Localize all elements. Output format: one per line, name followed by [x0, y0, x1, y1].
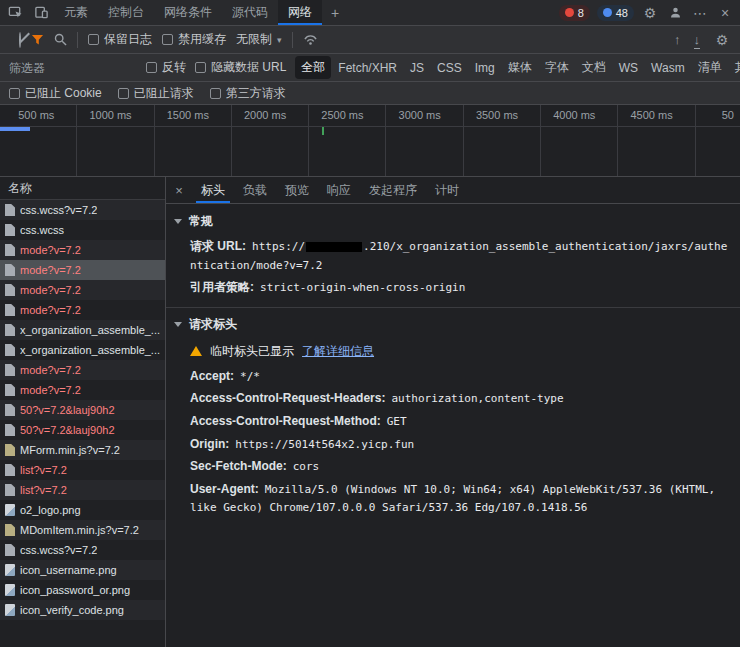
details-tab[interactable]: 标头: [192, 177, 234, 203]
network-options-bar: 已阻止 Cookie 已阻止请求 第三方请求: [0, 82, 740, 105]
resource-filter-chip[interactable]: 媒体: [502, 56, 538, 79]
request-row[interactable]: x_organization_assemble_...: [0, 340, 165, 360]
file-icon: [5, 424, 15, 436]
device-toolbar-button[interactable]: [28, 0, 54, 25]
request-name: 50?v=7.2&lauj90h2: [20, 424, 115, 436]
devtools-tab[interactable]: 元素: [54, 0, 98, 25]
close-details-button[interactable]: ×: [166, 177, 192, 203]
request-name: mode?v=7.2: [20, 304, 81, 316]
request-row[interactable]: mode?v=7.2: [0, 300, 165, 320]
throttling-value: 无限制: [236, 31, 272, 48]
filter-input[interactable]: [9, 61, 137, 75]
error-count: 8: [578, 7, 584, 19]
header-name: User-Agent:: [190, 482, 259, 496]
resource-filter-chip[interactable]: 清单: [692, 56, 728, 79]
search-button[interactable]: [54, 33, 67, 46]
request-row[interactable]: MDomItem.min.js?v=7.2: [0, 520, 165, 540]
throttling-select[interactable]: 无限制 ▾: [236, 31, 282, 48]
request-headers-title: 请求标头: [189, 316, 237, 333]
resource-filter-chip[interactable]: 全部: [295, 56, 331, 79]
details-tab[interactable]: 负载: [234, 177, 276, 203]
request-row[interactable]: mode?v=7.2: [0, 240, 165, 260]
network-option-checkbox[interactable]: 已阻止请求: [118, 85, 194, 102]
collapse-triangle-icon: [174, 219, 182, 224]
network-settings-button[interactable]: ⚙: [713, 33, 731, 47]
resource-filter-chip[interactable]: Fetch/XHR: [332, 58, 403, 78]
devtools-tab[interactable]: 源代码: [222, 0, 278, 25]
network-conditions-button[interactable]: [303, 33, 318, 46]
request-headers-section-header[interactable]: 请求标头: [166, 310, 740, 338]
request-row[interactable]: css.wcss?v=7.2: [0, 200, 165, 220]
request-row[interactable]: icon_verify_code.png: [0, 600, 165, 620]
filter-toggle-button[interactable]: [31, 34, 44, 46]
invert-filter-checkbox[interactable]: 反转: [146, 59, 186, 76]
console-error-badge[interactable]: 8: [559, 5, 590, 21]
general-section-header[interactable]: 常规: [166, 207, 740, 235]
toolbar-right-controls: ↑ ↓ ⚙: [674, 33, 731, 47]
request-row[interactable]: 50?v=7.2&lauj90h2: [0, 420, 165, 440]
clear-network-log-button[interactable]: [19, 33, 21, 47]
request-row[interactable]: list?v=7.2: [0, 480, 165, 500]
resource-filter-chip[interactable]: JS: [404, 58, 430, 78]
import-har-button[interactable]: ↑: [674, 33, 681, 47]
provisional-headers-text: 临时标头已显示: [210, 343, 294, 360]
request-row[interactable]: icon_username.png: [0, 560, 165, 580]
request-row[interactable]: icon_password_or.png: [0, 580, 165, 600]
profile-button[interactable]: [666, 6, 684, 19]
header-value: authorization,content-type: [391, 392, 563, 405]
hide-data-urls-checkbox[interactable]: 隐藏数据 URL: [195, 59, 286, 76]
details-tab[interactable]: 响应: [318, 177, 360, 203]
general-section: 常规 请求 URL:https://.210/x_organization_as…: [166, 207, 740, 304]
resource-filter-label: Fetch/XHR: [338, 61, 397, 75]
inspect-element-button[interactable]: [2, 0, 28, 25]
resource-filter-chip[interactable]: 文档: [576, 56, 612, 79]
details-tab[interactable]: 计时: [426, 177, 468, 203]
preserve-log-checkbox[interactable]: 保留日志: [88, 31, 152, 48]
resource-filter-chip[interactable]: CSS: [431, 58, 468, 78]
details-tab[interactable]: 发起程序: [360, 177, 426, 203]
settings-button[interactable]: ⚙: [641, 6, 659, 20]
name-column-header[interactable]: 名称: [0, 177, 165, 200]
request-row[interactable]: 50?v=7.2&lauj90h2: [0, 400, 165, 420]
header-name: Sec-Fetch-Mode:: [190, 459, 287, 473]
network-option-checkbox[interactable]: 已阻止 Cookie: [9, 85, 102, 102]
disable-cache-checkbox[interactable]: 禁用缓存: [162, 31, 226, 48]
resource-filter-chip[interactable]: Img: [469, 58, 501, 78]
more-options-button[interactable]: ⋯: [691, 6, 709, 20]
console-message-badge[interactable]: 48: [597, 5, 634, 21]
resource-filter-chip[interactable]: Wasm: [645, 58, 691, 78]
request-row[interactable]: MForm.min.js?v=7.2: [0, 440, 165, 460]
resource-filter-label: 字体: [545, 60, 569, 74]
request-row[interactable]: o2_logo.png: [0, 500, 165, 520]
devtools-window: 元素 控制台 网络条件 源代码 网络 +: [0, 0, 740, 647]
header-line: Access-Control-Request-Method:GET: [166, 410, 740, 433]
request-row[interactable]: mode?v=7.2: [0, 360, 165, 380]
devtools-tab[interactable]: 网络: [278, 0, 322, 25]
name-column-label: 名称: [8, 180, 32, 197]
details-tab-label: 计时: [435, 182, 459, 199]
network-option-checkbox[interactable]: 第三方请求: [210, 85, 286, 102]
timeline-grid: 500 ms 1000 ms 1500 ms 2000 ms 2500 ms: [0, 105, 740, 176]
network-overview-timeline[interactable]: 500 ms 1000 ms 1500 ms 2000 ms 2500 ms: [0, 105, 740, 177]
resource-filter-chip[interactable]: WS: [613, 58, 644, 78]
more-tabs-button[interactable]: +: [322, 0, 348, 25]
resource-filter-label: WS: [619, 61, 638, 75]
resource-filter-chip[interactable]: 字体: [539, 56, 575, 79]
request-row[interactable]: list?v=7.2: [0, 460, 165, 480]
header-line: Accept:*/*: [166, 365, 740, 388]
request-row[interactable]: mode?v=7.2: [0, 380, 165, 400]
request-row[interactable]: css.wcss?v=7.2: [0, 540, 165, 560]
request-name: x_organization_assemble_...: [20, 324, 160, 336]
export-har-button[interactable]: ↓: [694, 33, 701, 47]
request-row[interactable]: css.wcss: [0, 220, 165, 240]
request-row[interactable]: mode?v=7.2: [0, 280, 165, 300]
close-devtools-button[interactable]: ×: [716, 6, 734, 20]
request-row[interactable]: mode?v=7.2: [0, 260, 165, 280]
devtools-tab[interactable]: 网络条件: [154, 0, 222, 25]
details-tab[interactable]: 预览: [276, 177, 318, 203]
learn-more-link[interactable]: 了解详细信息: [302, 343, 374, 360]
resource-type-filters: 全部 Fetch/XHR JS CSS Img 媒: [295, 56, 740, 79]
devtools-tab[interactable]: 控制台: [98, 0, 154, 25]
request-row[interactable]: x_organization_assemble_...: [0, 320, 165, 340]
resource-filter-chip[interactable]: 其他: [729, 56, 740, 79]
